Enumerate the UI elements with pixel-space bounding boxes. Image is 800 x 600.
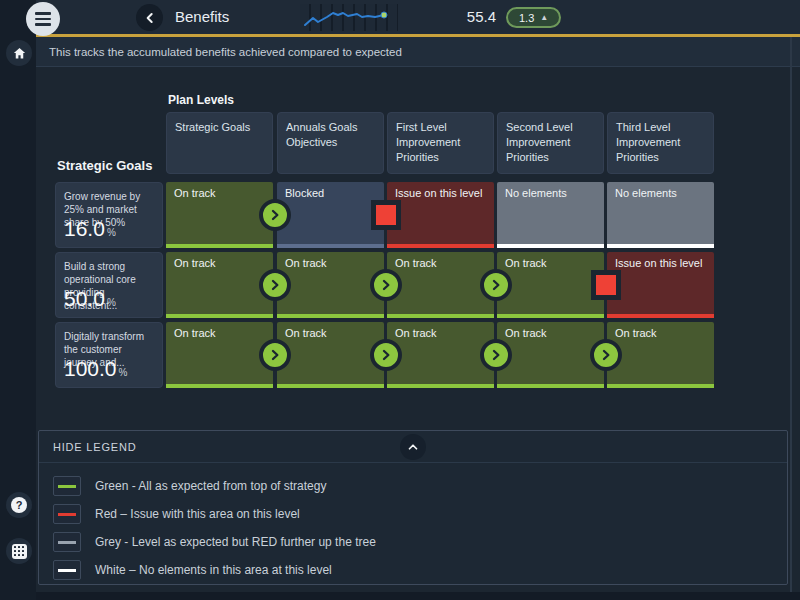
legend-items: Green - All as expected from top of stra… (39, 463, 787, 584)
chevron-right-icon (488, 347, 504, 363)
matrix-cell-grey[interactable]: No elements (607, 182, 714, 248)
connector-issue-icon[interactable] (371, 200, 401, 230)
trend-badge-value: 1.3 (519, 12, 534, 24)
legend-swatch-green-icon (53, 476, 81, 496)
connector-issue-icon[interactable] (591, 270, 621, 300)
matrix-cell-red[interactable]: Issue on this level (607, 252, 714, 318)
row-value: 50.0% (64, 287, 116, 311)
hamburger-icon (35, 12, 51, 15)
subtitle-bar: This tracks the accumulated benefits ach… (36, 37, 800, 67)
matrix-cell-green[interactable]: On track (497, 322, 604, 388)
matrix-cell-green[interactable]: On track (277, 322, 384, 388)
column-header: Second Level Improvement Priorities (497, 112, 604, 174)
matrix-cell-green[interactable]: On track (166, 182, 273, 248)
subtitle-text: This tracks the accumulated benefits ach… (49, 46, 402, 58)
matrix-cell-red[interactable]: Issue on this level (387, 182, 494, 248)
row-card[interactable]: Grow revenue by 25% and market share by … (55, 182, 163, 248)
sparkline-chart (300, 4, 398, 31)
matrix-cell-green[interactable]: On track (166, 322, 273, 388)
sidebar: ? (0, 0, 36, 600)
matrix-cell-green[interactable]: On track (387, 252, 494, 318)
matrix-cell-green[interactable]: On track (277, 252, 384, 318)
legend-item-red: Red – Issue with this area on this level (53, 500, 787, 528)
back-button[interactable] (136, 4, 163, 31)
connector-arrow-icon[interactable] (259, 269, 291, 301)
metric-value: 55.4 (448, 8, 496, 25)
row-unit: % (119, 367, 128, 378)
legend-item-grey: Grey - Level as expected but RED further… (53, 528, 787, 556)
matrix-cell-green[interactable]: On track (387, 322, 494, 388)
legend-collapse-button[interactable] (400, 434, 426, 460)
row-value: 16.0% (64, 217, 116, 241)
legend-swatch-grey-icon (53, 532, 81, 552)
row-group-label: Strategic Goals (57, 158, 152, 173)
legend-item-green: Green - All as expected from top of stra… (53, 472, 787, 500)
hamburger-menu-button[interactable] (26, 2, 60, 36)
row-value: 100.0% (64, 357, 127, 381)
chevron-right-icon (267, 277, 283, 293)
matrix-cell-blocked[interactable]: Blocked (277, 182, 384, 248)
connector-arrow-icon[interactable] (370, 339, 402, 371)
column-header: Annuals Goals Objectives (277, 112, 384, 174)
matrix-cell-grey[interactable]: No elements (497, 182, 604, 248)
connector-arrow-icon[interactable] (370, 269, 402, 301)
plan-levels-label: Plan Levels (168, 93, 234, 107)
matrix-cell-green[interactable]: On track (607, 322, 714, 388)
trend-up-icon: ▲ (540, 13, 548, 22)
question-mark-icon: ? (11, 497, 27, 513)
legend-panel: HIDE LEGEND Green - All as expected from… (38, 430, 788, 585)
row-unit: % (107, 297, 116, 308)
chevron-up-icon (406, 440, 420, 454)
apps-button[interactable] (6, 538, 32, 564)
grid-icon (12, 544, 27, 559)
matrix-cell-green[interactable]: On track (166, 252, 273, 318)
chevron-right-icon (267, 347, 283, 363)
row-card[interactable]: Digitally transform the customer journey… (55, 322, 163, 388)
scrollbar[interactable] (790, 37, 792, 592)
chevron-right-icon (598, 347, 614, 363)
chevron-right-icon (378, 277, 394, 293)
chevron-right-icon (378, 347, 394, 363)
help-button[interactable]: ? (6, 492, 32, 518)
chevron-right-icon (267, 207, 283, 223)
legend-item-text: Grey - Level as expected but RED further… (95, 535, 376, 549)
home-button[interactable] (6, 40, 32, 66)
legend-item-text: White – No elements in this area at this… (95, 563, 332, 577)
row-card[interactable]: Build a strong operational core providin… (55, 252, 163, 318)
matrix-cell-green[interactable]: On track (497, 252, 604, 318)
legend-item-white: White – No elements in this area at this… (53, 556, 787, 584)
connector-arrow-icon[interactable] (590, 339, 622, 371)
connector-arrow-icon[interactable] (259, 339, 291, 371)
column-header: Third Level Improvement Priorities (607, 112, 714, 174)
connector-arrow-icon[interactable] (480, 339, 512, 371)
legend-swatch-red-icon (53, 504, 81, 524)
trend-sparkline[interactable] (300, 4, 398, 31)
legend-toggle-label: HIDE LEGEND (53, 441, 136, 453)
chevron-right-icon (488, 277, 504, 293)
column-header: Strategic Goals (166, 112, 273, 174)
home-icon (12, 46, 27, 61)
legend-item-text: Red – Issue with this area on this level (95, 507, 300, 521)
column-header: First Level Improvement Priorities (387, 112, 494, 174)
legend-header[interactable]: HIDE LEGEND (39, 431, 787, 463)
legend-swatch-white-icon (53, 560, 81, 580)
legend-item-text: Green - All as expected from top of stra… (95, 479, 326, 493)
chevron-left-icon (142, 10, 158, 26)
row-unit: % (107, 227, 116, 238)
connector-arrow-icon[interactable] (259, 199, 291, 231)
trend-badge[interactable]: 1.3 ▲ (506, 7, 561, 28)
footer-strip (36, 592, 800, 600)
connector-arrow-icon[interactable] (480, 269, 512, 301)
page-title: Benefits (175, 8, 229, 25)
